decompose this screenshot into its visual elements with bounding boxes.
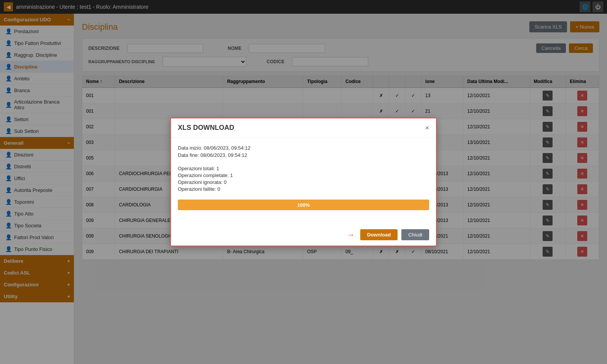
xls-download-modal: XLS DOWNLOAD × Data inizio: 08/06/2023, … <box>170 118 437 246</box>
data-fine: Data fine: 08/06/2023, 09:54:12 <box>178 152 429 158</box>
modal-header: XLS DOWNLOAD × <box>171 118 436 137</box>
arrow-indicator-icon: → <box>347 230 355 240</box>
progress-percent: 100% <box>297 202 310 208</box>
data-inizio-value: 08/06/2023, 09:54:12 <box>204 145 251 151</box>
download-button[interactable]: Download <box>360 229 398 240</box>
op-totali-value: 1 <box>216 166 219 171</box>
data-fine-label: Data fine: <box>178 152 199 158</box>
modal-overlay[interactable]: XLS DOWNLOAD × Data inizio: 08/06/2023, … <box>0 0 607 364</box>
data-fine-value: 08/06/2023, 09:54:12 <box>200 152 247 158</box>
modal-close-button[interactable]: × <box>425 125 429 131</box>
op-ignorata-label: Operazioni ignorata: <box>178 179 222 185</box>
chiudi-button[interactable]: Chiudi <box>401 229 429 240</box>
modal-body: Data inizio: 08/06/2023, 09:54:12 Data f… <box>171 137 436 225</box>
op-ignorata-value: 0 <box>224 179 227 185</box>
op-ignorata: Operazioni ignorata: 0 <box>178 179 429 185</box>
modal-title: XLS DOWNLOAD <box>178 124 234 132</box>
modal-dates: Data inizio: 08/06/2023, 09:54:12 Data f… <box>178 145 429 158</box>
op-fallite: Operazioni fallite: 0 <box>178 186 429 192</box>
modal-stats: Operazioni totali: 1 Operazioni completa… <box>178 166 429 192</box>
op-completate: Operazioni completate: 1 <box>178 172 429 178</box>
progress-bar-fill: 100% <box>178 200 429 210</box>
data-inizio: Data inizio: 08/06/2023, 09:54:12 <box>178 145 429 151</box>
op-totali: Operazioni totali: 1 <box>178 166 429 171</box>
progress-bar-container: 100% <box>178 200 429 210</box>
modal-footer: → Download Chiudi <box>171 225 436 246</box>
op-fallite-label: Operazioni fallite: <box>178 186 216 192</box>
op-completate-value: 1 <box>230 172 233 178</box>
op-completate-label: Operazioni completate: <box>178 172 229 178</box>
op-totali-label: Operazioni totali: <box>178 166 215 171</box>
data-inizio-label: Data inizio: <box>178 145 202 151</box>
op-fallite-value: 0 <box>217 186 220 192</box>
